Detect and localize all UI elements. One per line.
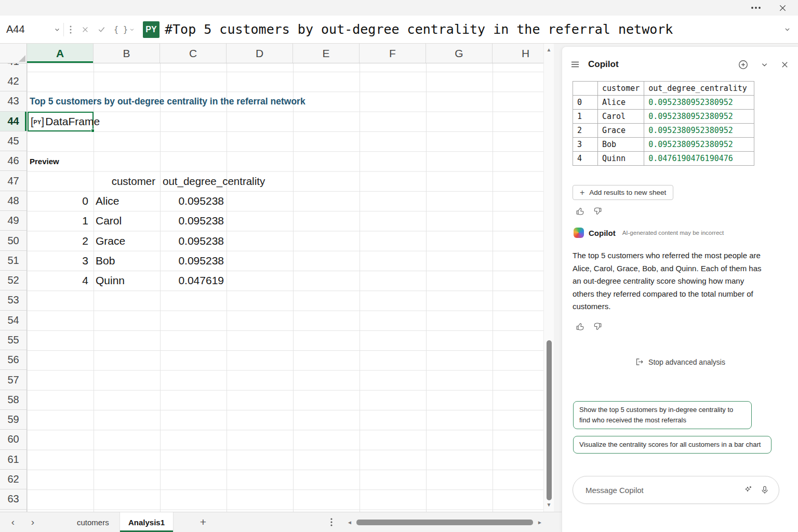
preview-index-cell[interactable]: 0 (27, 191, 91, 211)
formula-bar-expand-icon[interactable] (776, 16, 798, 43)
spreadsheet-cells[interactable]: Top 5 customers by out-degree centrality… (27, 63, 543, 512)
suggestion-chip[interactable]: Visualize the centrality scores for all … (573, 436, 772, 454)
preview-index-cell[interactable]: 1 (27, 211, 91, 231)
preview-value-cell[interactable]: 0.047619 (160, 271, 225, 290)
preview-customer-cell[interactable]: Bob (96, 251, 115, 271)
row-header-42[interactable]: 42 (0, 72, 26, 91)
thumbs-down-icon[interactable] (593, 322, 602, 331)
column-header-a[interactable]: A (27, 44, 94, 63)
vertical-scroll-thumb[interactable] (547, 340, 552, 500)
window-close-icon[interactable] (779, 4, 787, 12)
more-options-icon[interactable] (751, 6, 761, 9)
thumbs-up-icon[interactable] (576, 322, 584, 331)
add-sheet-button[interactable]: + (195, 512, 211, 532)
preview-header-centrality[interactable]: out_degree_centrality (163, 171, 265, 191)
preview-index-cell[interactable]: 3 (27, 251, 91, 271)
row-header-60[interactable]: 60 (0, 430, 26, 449)
sheet-tab-cutomers[interactable]: cutomers (69, 512, 117, 532)
row-header-48[interactable]: 48 (0, 191, 26, 211)
row-header-57[interactable]: 57 (0, 370, 26, 390)
preview-index-cell[interactable]: 2 (27, 231, 91, 250)
row-header-52[interactable]: 52 (0, 271, 26, 290)
scroll-right-icon[interactable]: ► (535, 512, 544, 532)
row-header-63[interactable]: 63 (0, 489, 26, 509)
row-header-54[interactable]: 54 (0, 311, 26, 330)
sheet-prev-icon[interactable]: ‹ (6, 512, 20, 532)
microphone-icon[interactable] (760, 485, 769, 495)
row-header-59[interactable]: 59 (0, 410, 26, 430)
fill-handle[interactable] (91, 129, 95, 132)
copilot-response-text: The top 5 customers who referred the mos… (573, 249, 764, 313)
column-header-d[interactable]: D (227, 44, 293, 63)
cancel-icon[interactable] (77, 16, 93, 43)
preview-customer-cell[interactable]: Alice (96, 191, 119, 211)
preview-value-cell[interactable]: 0.095238 (160, 231, 225, 250)
thumbs-up-icon[interactable] (576, 207, 584, 216)
column-header-c[interactable]: C (160, 44, 227, 63)
horizontal-scroll-thumb[interactable] (356, 520, 533, 525)
row-header-58[interactable]: 58 (0, 390, 26, 410)
column-header-f[interactable]: F (360, 44, 426, 63)
prompt-guide-icon[interactable] (743, 485, 752, 495)
row-header-41[interactable]: 41 (0, 63, 26, 72)
result-index-cell: 4 (573, 152, 598, 166)
preview-value-cell[interactable]: 0.095238 (160, 211, 225, 231)
column-header-e[interactable]: E (293, 44, 360, 63)
horizontal-scrollbar[interactable] (355, 520, 534, 525)
suggestion-chip[interactable]: Show the top 5 customers by in-degree ce… (573, 401, 752, 429)
preview-customer-cell[interactable]: Quinn (96, 271, 125, 290)
result-index-cell: 1 (573, 110, 598, 124)
active-cell-a44[interactable]: [ PY ] DataFrame (28, 112, 94, 131)
row-header-51[interactable]: 51 (0, 251, 26, 271)
row-header-50[interactable]: 50 (0, 231, 26, 250)
row-header-44[interactable]: 44 (0, 112, 26, 131)
collapse-panel-chevron-icon[interactable] (761, 61, 768, 69)
thumbs-down-icon[interactable] (593, 207, 602, 216)
new-chat-icon[interactable] (738, 60, 748, 70)
scroll-left-icon[interactable]: ◄ (345, 512, 354, 532)
column-header-h[interactable]: H (493, 44, 543, 63)
row-header-55[interactable]: 55 (0, 330, 26, 350)
scroll-down-icon[interactable]: ▼ (544, 502, 554, 508)
hamburger-menu-icon[interactable] (570, 60, 580, 69)
preview-value-cell[interactable]: 0.095238 (160, 191, 225, 211)
name-box[interactable]: A44 (0, 20, 63, 39)
stop-advanced-analysis-button[interactable]: Stop advanced analysis (562, 357, 798, 366)
title-cell-a43[interactable]: Top 5 customers by out-degree centrality… (30, 91, 305, 111)
result-row: 3Bob0.0952380952380952 (573, 138, 754, 152)
python-object-type-icon[interactable]: { } (110, 16, 139, 43)
row-header-46[interactable]: 46 (0, 151, 26, 171)
sheet-next-icon[interactable]: › (26, 512, 39, 532)
vertical-scrollbar[interactable]: ▲ ▼ (543, 44, 554, 512)
add-results-to-sheet-button[interactable]: + Add results to new sheet (573, 185, 673, 200)
row-header-47[interactable]: 47 (0, 171, 26, 191)
formula-input[interactable] (165, 16, 776, 43)
preview-row: 0Alice0.095238 (27, 191, 297, 211)
select-all-corner[interactable] (0, 44, 27, 63)
row-header-45[interactable]: 45 (0, 131, 26, 151)
column-header-g[interactable]: G (426, 44, 493, 63)
column-header-b[interactable]: B (94, 44, 160, 63)
preview-value-cell[interactable]: 0.095238 (160, 251, 225, 271)
row-header-49[interactable]: 49 (0, 211, 26, 231)
result-value-cell: 0.0952380952380952 (644, 138, 754, 152)
sheet-tab-analysis1[interactable]: Analysis1 (119, 512, 174, 532)
preview-customer-cell[interactable]: Grace (96, 231, 125, 250)
preview-label-cell[interactable]: Preview (30, 151, 59, 171)
row-header-53[interactable]: 53 (0, 290, 26, 310)
enter-icon[interactable] (93, 16, 110, 43)
copilot-message-input[interactable] (576, 486, 743, 495)
formula-bar-menu-icon[interactable] (64, 16, 77, 43)
row-header-62[interactable]: 62 (0, 470, 26, 489)
scroll-up-icon[interactable]: ▲ (544, 47, 554, 52)
row-header-43[interactable]: 43 (0, 91, 26, 111)
name-box-chevron-icon[interactable] (54, 26, 60, 33)
preview-header-customer[interactable]: customer (94, 171, 155, 191)
row-header-56[interactable]: 56 (0, 350, 26, 370)
preview-row: 3Bob0.095238 (27, 251, 297, 271)
close-panel-icon[interactable] (781, 61, 789, 69)
preview-index-cell[interactable]: 4 (27, 271, 91, 290)
row-header-61[interactable]: 61 (0, 450, 26, 470)
sheet-overflow-icon[interactable] (330, 512, 332, 532)
preview-customer-cell[interactable]: Carol (96, 211, 122, 231)
